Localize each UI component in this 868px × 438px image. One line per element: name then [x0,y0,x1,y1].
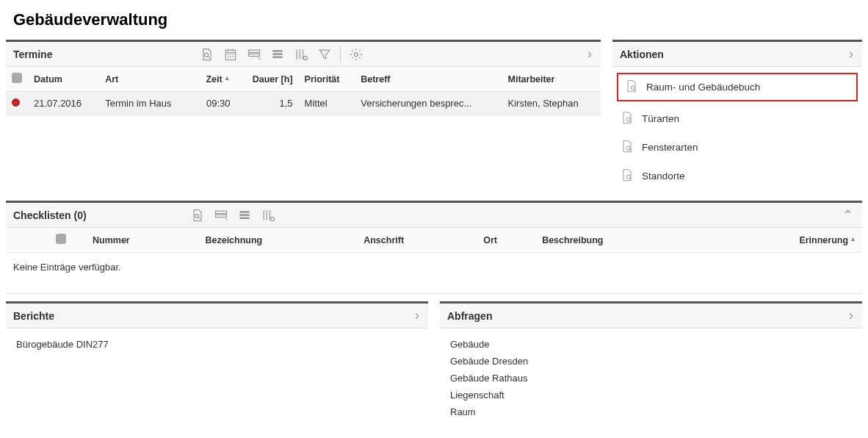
col-betreff[interactable]: Betreff [355,67,502,92]
document-search-icon [620,110,634,127]
svg-point-7 [304,56,308,60]
panel-checklisten: Checklisten (0) ⌃ Nummer Bezeichnung [6,201,862,294]
svg-point-10 [626,118,630,121]
col-beschreibung[interactable]: Beschreibung [536,228,704,253]
berichte-title: Berichte [13,310,54,322]
svg-rect-16 [239,211,249,213]
action-label: Standorte [642,170,685,182]
chevron-up-icon[interactable]: ⌃ [838,207,858,223]
list-icon[interactable] [236,207,253,223]
svg-point-9 [631,86,634,90]
col-zeit[interactable]: Zeit▲ [193,67,236,92]
columns-gear-icon[interactable] [260,207,276,223]
page-title: Gebäudeverwaltung [13,10,868,29]
list-icon[interactable] [270,46,286,62]
panel-abfragen: Abfragen › Gebäude Gebäude Dresden Gebäu… [440,301,862,431]
col-ort[interactable]: Ort [477,228,536,253]
svg-rect-3 [249,54,260,56]
col-bezeichnung[interactable]: Bezeichnung [199,228,358,253]
cell-zeit: 09:30 [193,92,236,115]
panel-berichte: Berichte › Bürogebäude DIN277 [6,301,428,431]
chevron-right-icon[interactable]: › [583,46,596,62]
table-row[interactable]: 21.07.2016 Termin im Haus 09:30 1,5 Mitt… [6,92,601,115]
tag-icon [56,234,66,244]
cell-prioritaet: Mittel [299,92,355,115]
svg-rect-14 [215,211,226,213]
svg-rect-6 [273,56,283,58]
filter-bar-icon[interactable] [246,46,262,62]
col-art[interactable]: Art [99,67,192,92]
panel-termine: Termine [6,40,601,193]
list-item[interactable]: Gebäude [450,336,852,353]
action-label: Türarten [642,113,679,124]
action-tuerarten[interactable]: Türarten [612,104,862,133]
svg-point-8 [354,52,358,56]
search-doc-icon[interactable] [199,46,215,62]
gear-icon[interactable] [340,46,364,62]
document-search-icon [620,139,634,156]
cell-art: Termin im Haus [99,92,192,115]
list-item[interactable]: Gebäude Dresden [450,353,852,370]
action-label: Fensterarten [642,142,698,153]
action-raum-gebaeudebuch[interactable]: Raum- und Gebäudebuch [617,73,858,101]
checklisten-title: Checklisten (0) [13,209,87,221]
search-doc-icon[interactable] [189,207,206,223]
action-standorte[interactable]: Standorte [612,162,862,190]
panel-aktionen: Aktionen › Raum- und Gebäudebuch Türarte… [612,40,862,193]
col-nummer[interactable]: Nummer [87,228,199,253]
action-fensterarten[interactable]: Fensterarten [612,133,862,162]
cell-dauer: 1,5 [236,92,299,115]
aktionen-title: Aktionen [620,49,664,60]
svg-rect-18 [239,217,249,219]
svg-rect-1 [226,50,236,60]
col-datum[interactable]: Datum [28,67,99,92]
svg-point-19 [270,217,274,220]
col-mitarbeiter[interactable]: Mitarbeiter [502,67,601,92]
svg-point-11 [626,146,630,150]
document-search-icon [624,79,639,96]
calendar-icon[interactable] [223,46,239,62]
empty-message: Keine Einträge verfügbar. [6,253,862,294]
svg-rect-5 [273,53,283,55]
svg-point-0 [205,53,209,57]
columns-gear-icon[interactable] [293,46,309,62]
list-item[interactable]: Liegenschaft [450,387,852,403]
list-item[interactable]: Bürogebäude DIN277 [16,336,418,353]
svg-rect-15 [215,215,226,217]
checklisten-table-header: Nummer Bezeichnung Anschrift Ort Beschre… [6,228,862,253]
svg-rect-2 [249,50,260,52]
svg-point-12 [626,175,630,179]
abfragen-title: Abfragen [447,310,492,322]
filter-bar-icon[interactable] [213,207,229,223]
cell-betreff: Versicherungen besprec... [355,92,502,115]
status-dot-icon [12,98,20,107]
funnel-icon[interactable] [317,46,333,62]
svg-point-13 [195,214,198,218]
termine-title: Termine [13,49,52,60]
col-erinnerung[interactable]: Erinnerung▲ [704,228,862,253]
chevron-right-icon[interactable]: › [411,308,424,323]
document-search-icon [620,168,634,184]
termine-table-header: Datum Art Zeit▲ Dauer [h] Priorität Betr… [6,67,601,92]
list-item[interactable]: Gebäude Rathaus [450,370,852,387]
tag-icon [12,73,22,83]
col-dauer[interactable]: Dauer [h] [236,67,299,92]
svg-rect-4 [273,50,283,52]
svg-rect-17 [239,214,249,216]
col-anschrift[interactable]: Anschrift [358,228,477,253]
chevron-right-icon[interactable]: › [845,308,858,323]
chevron-right-icon[interactable]: › [845,46,858,62]
action-label: Raum- und Gebäudebuch [646,82,760,93]
list-item[interactable]: Raum [450,403,852,420]
cell-mitarbeiter: Kirsten, Stephan [502,92,601,115]
cell-datum: 21.07.2016 [28,92,99,115]
col-prioritaet[interactable]: Priorität [299,67,355,92]
